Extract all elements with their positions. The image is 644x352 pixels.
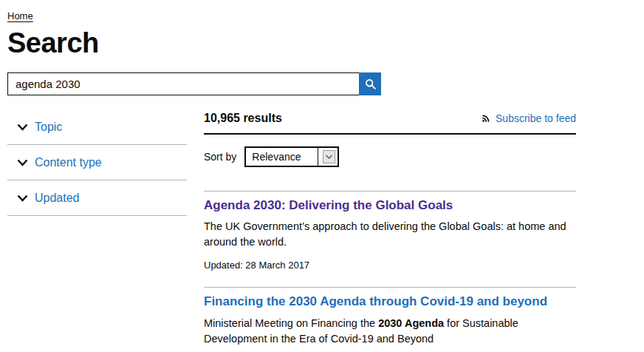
facet-topic[interactable]: Topic [7, 109, 187, 145]
results-header-rule [204, 133, 576, 135]
result-title-link[interactable]: Financing the 2030 Agenda through Covid-… [204, 294, 547, 309]
result-item: Financing the 2030 Agenda through Covid-… [204, 287, 576, 352]
breadcrumb-home-link[interactable]: Home [7, 10, 33, 21]
results-column: 10,965 results Subscribe to feed Sort by… [204, 109, 576, 352]
result-count: 10,965 results [204, 112, 282, 125]
facet-topic-label: Topic [35, 121, 62, 134]
facet-content-type-label: Content type [35, 156, 102, 169]
search-button[interactable] [359, 72, 381, 95]
chevron-down-icon [325, 154, 333, 160]
search-page: Home Search Topic [0, 0, 644, 352]
sort-by-label: Sort by [204, 151, 236, 163]
result-updated-date: Updated: 28 March 2017 [204, 260, 576, 271]
rss-feed-icon [481, 113, 491, 123]
search-input[interactable] [7, 72, 359, 95]
search-icon [364, 78, 377, 90]
result-description: Ministerial Meeting on Financing the 203… [204, 316, 576, 347]
facet-sidebar: Topic Content type Updated [7, 109, 187, 352]
subscribe-to-feed-link[interactable]: Subscribe to feed [481, 112, 576, 124]
result-description-text: Ministerial Meeting on Financing the [204, 317, 378, 329]
chevron-down-icon [16, 193, 29, 203]
facet-updated-label: Updated [35, 192, 80, 205]
subscribe-to-feed-label: Subscribe to feed [496, 112, 576, 124]
sort-select-value: Relevance [252, 151, 301, 163]
sort-select-arrow-box [323, 150, 335, 163]
result-description-highlight: 2030 Agenda [378, 317, 444, 329]
sort-select-divider [318, 148, 318, 166]
breadcrumb: Home [7, 9, 644, 22]
facet-content-type[interactable]: Content type [7, 145, 187, 180]
result-description: The UK Government’s approach to deliveri… [204, 219, 576, 250]
results-list: Agenda 2030: Delivering the Global Goals… [204, 191, 576, 352]
sort-row: Sort by Relevance [204, 146, 576, 167]
result-title-link[interactable]: Agenda 2030: Delivering the Global Goals [204, 198, 453, 213]
facet-updated[interactable]: Updated [7, 180, 187, 216]
chevron-down-icon [16, 158, 29, 168]
results-header: 10,965 results Subscribe to feed [204, 112, 576, 125]
content-columns: Topic Content type Updated [7, 109, 644, 352]
sort-select[interactable]: Relevance [244, 146, 339, 167]
result-item: Agenda 2030: Delivering the Global Goals… [204, 191, 576, 287]
page-title: Search [7, 29, 644, 58]
chevron-down-icon [16, 122, 29, 132]
search-bar [7, 72, 381, 95]
